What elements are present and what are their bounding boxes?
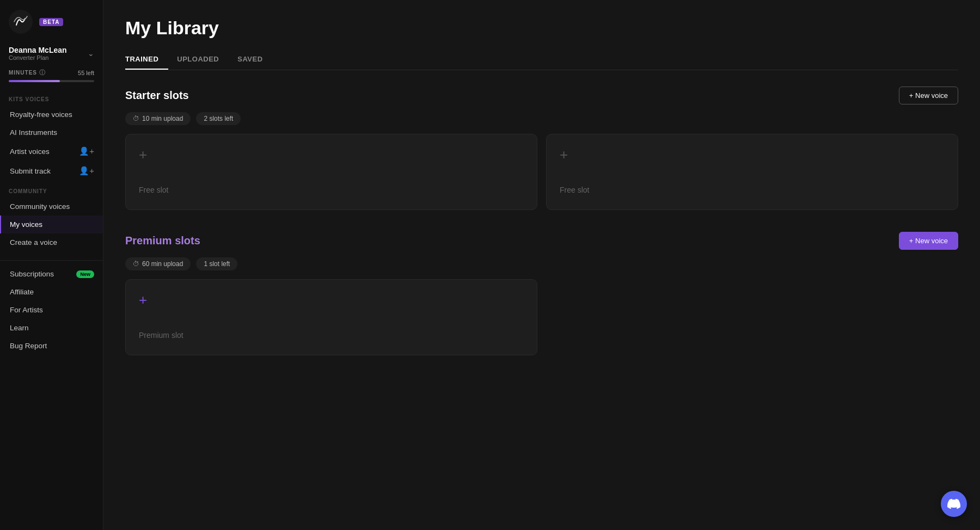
starter-slots-section: Starter slots + New voice ⏱ 10 min uploa… [125,87,958,210]
community-section-label: COMMUNITY [0,181,103,198]
user-plan: Converter Plan [9,54,67,61]
beta-badge: BETA [39,18,63,26]
chevron-down-icon: ⌄ [88,49,94,58]
starter-slots-grid: + Free slot + Free slot [125,134,958,210]
minutes-label: MINUTES ⓘ [9,69,46,77]
svg-point-0 [9,10,33,34]
kits-voices-section-label: KITS VOICES [0,89,103,106]
minutes-section: MINUTES ⓘ 55 left [0,63,103,89]
sidebar-item-community-voices[interactable]: Community voices [0,198,103,215]
minutes-bar-fill [9,80,60,82]
premium-upload-tag: ⏱ 60 min upload [125,257,191,270]
sidebar-item-affiliate[interactable]: Affiliate [0,283,103,301]
sidebar-item-for-artists[interactable]: For Artists [0,301,103,319]
starter-slots-title: Starter slots [125,89,189,102]
sidebar-item-subscriptions[interactable]: Subscriptions New [0,265,103,283]
add-slot-icon-2: + [560,147,568,162]
app-logo [9,10,33,34]
sidebar-item-royalty-free-voices[interactable]: Royalty-free voices [0,106,103,124]
starter-slots-header: Starter slots + New voice [125,87,958,104]
premium-slot-tags: ⏱ 60 min upload 1 slot left [125,257,958,270]
starter-upload-tag: ⏱ 10 min upload [125,112,191,125]
starter-new-voice-button[interactable]: + New voice [899,87,958,104]
sidebar-item-my-voices[interactable]: My voices [0,215,103,233]
user-menu[interactable]: Deanna McLean Converter Plan ⌄ [0,41,103,63]
main-content: My Library TRAINED UPLOADED SAVED Starte… [103,0,980,530]
sidebar-item-artist-voices[interactable]: Artist voices 👤+ [0,141,103,161]
sidebar-item-submit-track[interactable]: Submit track 👤+ [0,161,103,181]
sidebar-item-create-a-voice[interactable]: Create a voice [0,233,103,251]
premium-slots-section: Premium slots + New voice ⏱ 60 min uploa… [125,232,958,355]
tabs-bar: TRAINED UPLOADED SAVED [125,51,958,70]
sidebar: BETA Deanna McLean Converter Plan ⌄ MINU… [0,0,103,530]
sidebar-item-learn[interactable]: Learn [0,319,103,337]
tab-trained[interactable]: TRAINED [125,51,168,70]
premium-slots-grid: + Premium slot [125,279,958,355]
add-slot-icon-1: + [139,147,147,162]
discord-icon [947,497,960,510]
add-person-icon: 👤+ [79,146,94,156]
tab-uploaded[interactable]: UPLOADED [177,51,229,70]
sidebar-item-ai-instruments[interactable]: AI Instruments [0,124,103,141]
info-icon: ⓘ [39,69,46,77]
free-slot-label-2: Free slot [560,186,589,194]
premium-slots-header: Premium slots + New voice [125,232,958,250]
clock-icon: ⏱ [133,115,139,122]
submit-person-icon: 👤+ [79,166,94,176]
premium-slots-title: Premium slots [125,235,200,247]
free-slot-1[interactable]: + Free slot [125,134,537,210]
premium-slot-1[interactable]: + Premium slot [125,279,537,355]
free-slot-2[interactable]: + Free slot [546,134,958,210]
discord-fab-button[interactable] [941,491,967,517]
tab-saved[interactable]: SAVED [237,51,272,70]
starter-slots-left-tag: 2 slots left [196,112,241,125]
minutes-left: 55 left [78,70,94,76]
logo-area: BETA [0,0,103,41]
minutes-bar-background [9,80,94,82]
page-title: My Library [125,17,958,39]
user-name: Deanna McLean [9,46,67,54]
premium-slots-left-tag: 1 slot left [196,257,237,270]
sidebar-item-bug-report[interactable]: Bug Report [0,337,103,355]
add-premium-slot-icon: + [139,293,147,307]
premium-slot-label: Premium slot [139,331,183,340]
new-badge: New [76,270,94,278]
free-slot-label-1: Free slot [139,186,168,194]
starter-slot-tags: ⏱ 10 min upload 2 slots left [125,112,958,125]
clock-icon-2: ⏱ [133,260,139,268]
premium-new-voice-button[interactable]: + New voice [899,232,958,250]
